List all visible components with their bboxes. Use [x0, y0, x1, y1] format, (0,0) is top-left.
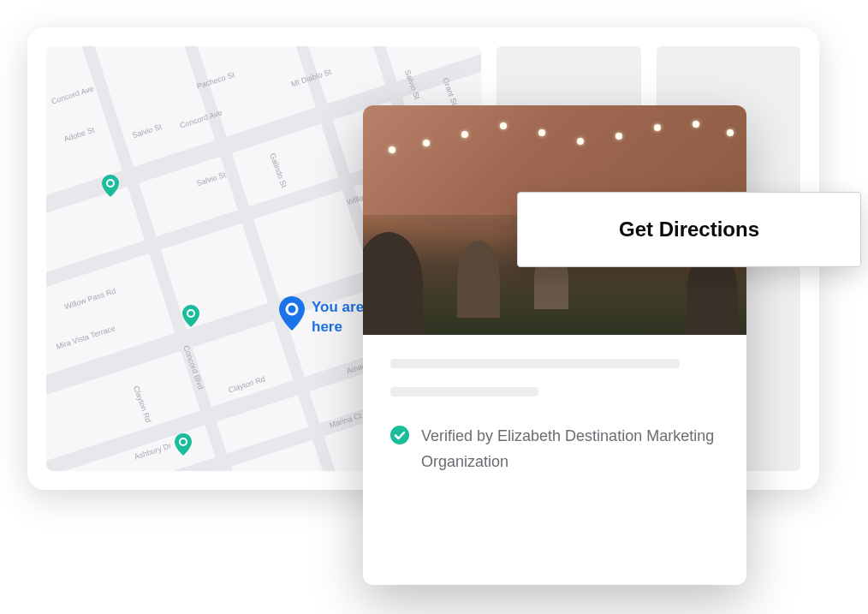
street-label: Clayton Rd: [132, 384, 153, 423]
skeleton-line: [390, 387, 538, 396]
map-pin-icon[interactable]: [182, 305, 199, 327]
verified-row: Verified by Elizabeth Destination Market…: [390, 424, 719, 474]
detail-card: Verified by Elizabeth Destination Market…: [363, 105, 746, 585]
street-label: Mira Vista Terrace: [55, 324, 116, 351]
get-directions-button[interactable]: Get Directions: [517, 192, 861, 267]
map-pin-icon[interactable]: [102, 175, 119, 197]
street-label: Grant St: [441, 77, 459, 107]
street-label: Willow Pass Rd: [63, 287, 117, 312]
street-label: Salvio St: [131, 122, 163, 140]
street-label: Salvio St: [195, 170, 227, 188]
skeleton-line: [390, 359, 680, 368]
get-directions-label: Get Directions: [619, 218, 759, 241]
street-label: Galindo St: [268, 152, 288, 189]
street-label: Adobe St: [62, 126, 95, 144]
location-icon[interactable]: [279, 296, 305, 331]
map-pin-icon[interactable]: [175, 433, 192, 456]
svg-point-5: [390, 426, 409, 444]
checkmark-circle-icon: [390, 426, 409, 444]
verified-text: Verified by Elizabeth Destination Market…: [421, 424, 719, 474]
detail-content: Verified by Elizabeth Destination Market…: [363, 335, 746, 498]
street-label: Concord Ave: [51, 84, 95, 105]
